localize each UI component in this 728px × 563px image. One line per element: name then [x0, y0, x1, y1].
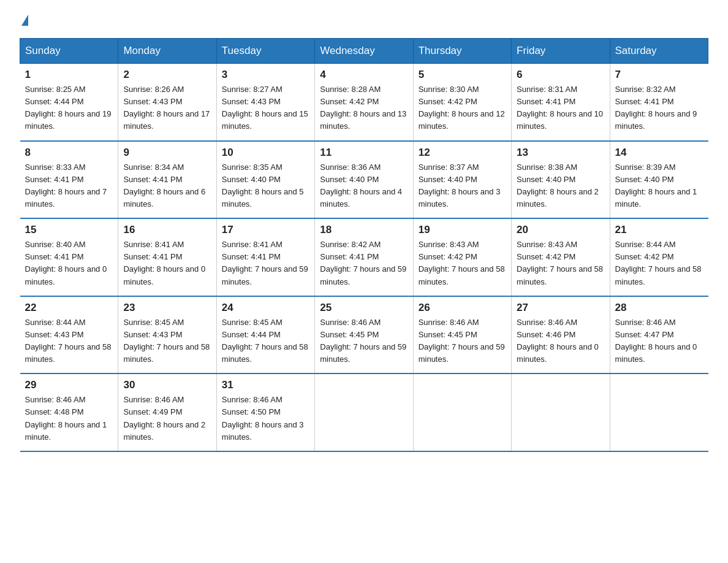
calendar-day-cell: 25 Sunrise: 8:46 AM Sunset: 4:45 PM Dayl… [315, 296, 413, 374]
calendar-day-cell: 19 Sunrise: 8:43 AM Sunset: 4:42 PM Dayl… [413, 218, 511, 296]
day-info: Sunrise: 8:44 AM Sunset: 4:42 PM Dayligh… [615, 239, 703, 288]
calendar-day-cell: 26 Sunrise: 8:46 AM Sunset: 4:45 PM Dayl… [413, 296, 511, 374]
calendar-week-row: 1 Sunrise: 8:25 AM Sunset: 4:44 PM Dayli… [20, 64, 708, 141]
day-header-thursday: Thursday [413, 39, 511, 64]
calendar-day-cell: 27 Sunrise: 8:46 AM Sunset: 4:46 PM Dayl… [512, 296, 610, 374]
day-info: Sunrise: 8:36 AM Sunset: 4:40 PM Dayligh… [320, 161, 408, 211]
day-number: 26 [419, 302, 506, 314]
day-number: 27 [517, 302, 604, 314]
calendar-day-cell [315, 373, 413, 451]
calendar-day-cell: 7 Sunrise: 8:32 AM Sunset: 4:41 PM Dayli… [610, 64, 708, 141]
calendar-day-cell: 22 Sunrise: 8:44 AM Sunset: 4:43 PM Dayl… [20, 296, 118, 374]
calendar-day-cell: 30 Sunrise: 8:46 AM Sunset: 4:49 PM Dayl… [118, 373, 216, 451]
calendar-day-cell: 20 Sunrise: 8:43 AM Sunset: 4:42 PM Dayl… [512, 218, 610, 296]
calendar-day-cell: 2 Sunrise: 8:26 AM Sunset: 4:43 PM Dayli… [118, 64, 216, 141]
day-number: 21 [615, 224, 703, 236]
day-number: 30 [123, 379, 211, 391]
day-info: Sunrise: 8:46 AM Sunset: 4:48 PM Dayligh… [25, 394, 113, 443]
day-info: Sunrise: 8:39 AM Sunset: 4:40 PM Dayligh… [615, 161, 703, 211]
calendar-day-cell: 4 Sunrise: 8:28 AM Sunset: 4:42 PM Dayli… [315, 64, 413, 141]
day-info: Sunrise: 8:28 AM Sunset: 4:42 PM Dayligh… [320, 83, 408, 133]
calendar-week-row: 29 Sunrise: 8:46 AM Sunset: 4:48 PM Dayl… [20, 373, 708, 451]
day-header-saturday: Saturday [610, 39, 708, 64]
day-number: 5 [419, 69, 506, 81]
day-info: Sunrise: 8:30 AM Sunset: 4:42 PM Dayligh… [419, 83, 506, 133]
calendar-day-cell [512, 373, 610, 451]
day-info: Sunrise: 8:41 AM Sunset: 4:41 PM Dayligh… [123, 239, 211, 288]
day-number: 15 [25, 224, 113, 236]
day-number: 25 [320, 302, 408, 314]
day-number: 20 [517, 224, 604, 236]
day-info: Sunrise: 8:44 AM Sunset: 4:43 PM Dayligh… [25, 316, 113, 366]
day-header-sunday: Sunday [20, 39, 118, 64]
calendar-day-cell: 8 Sunrise: 8:33 AM Sunset: 4:41 PM Dayli… [20, 141, 118, 219]
calendar-day-cell [610, 373, 708, 451]
day-number: 8 [25, 147, 113, 159]
calendar-day-cell: 28 Sunrise: 8:46 AM Sunset: 4:47 PM Dayl… [610, 296, 708, 374]
day-info: Sunrise: 8:34 AM Sunset: 4:41 PM Dayligh… [123, 161, 211, 211]
day-number: 11 [320, 147, 408, 159]
day-info: Sunrise: 8:46 AM Sunset: 4:50 PM Dayligh… [222, 394, 309, 443]
day-number: 14 [615, 147, 703, 159]
day-header-wednesday: Wednesday [315, 39, 413, 64]
calendar-table: SundayMondayTuesdayWednesdayThursdayFrid… [20, 38, 708, 452]
calendar-day-cell: 9 Sunrise: 8:34 AM Sunset: 4:41 PM Dayli… [118, 141, 216, 219]
day-info: Sunrise: 8:42 AM Sunset: 4:41 PM Dayligh… [320, 239, 408, 288]
day-info: Sunrise: 8:46 AM Sunset: 4:45 PM Dayligh… [320, 316, 408, 366]
day-header-friday: Friday [512, 39, 610, 64]
calendar-week-row: 15 Sunrise: 8:40 AM Sunset: 4:41 PM Dayl… [20, 218, 708, 296]
calendar-day-cell: 17 Sunrise: 8:41 AM Sunset: 4:41 PM Dayl… [216, 218, 314, 296]
day-info: Sunrise: 8:46 AM Sunset: 4:47 PM Dayligh… [615, 316, 703, 366]
day-number: 22 [25, 302, 113, 314]
day-number: 17 [222, 224, 309, 236]
day-info: Sunrise: 8:43 AM Sunset: 4:42 PM Dayligh… [419, 239, 506, 288]
day-info: Sunrise: 8:32 AM Sunset: 4:41 PM Dayligh… [615, 83, 703, 133]
calendar-day-cell: 24 Sunrise: 8:45 AM Sunset: 4:44 PM Dayl… [216, 296, 314, 374]
day-info: Sunrise: 8:27 AM Sunset: 4:43 PM Dayligh… [222, 83, 309, 133]
day-number: 31 [222, 379, 309, 391]
calendar-day-cell: 13 Sunrise: 8:38 AM Sunset: 4:40 PM Dayl… [512, 141, 610, 219]
calendar-day-cell: 16 Sunrise: 8:41 AM Sunset: 4:41 PM Dayl… [118, 218, 216, 296]
day-number: 16 [123, 224, 211, 236]
day-number: 13 [517, 147, 604, 159]
day-number: 4 [320, 69, 408, 81]
calendar-day-cell: 1 Sunrise: 8:25 AM Sunset: 4:44 PM Dayli… [20, 64, 118, 141]
calendar-day-cell: 18 Sunrise: 8:42 AM Sunset: 4:41 PM Dayl… [315, 218, 413, 296]
day-info: Sunrise: 8:33 AM Sunset: 4:41 PM Dayligh… [25, 161, 113, 211]
day-number: 7 [615, 69, 703, 81]
day-number: 9 [123, 147, 211, 159]
day-number: 28 [615, 302, 703, 314]
day-number: 2 [123, 69, 211, 81]
day-number: 3 [222, 69, 309, 81]
calendar-day-cell: 21 Sunrise: 8:44 AM Sunset: 4:42 PM Dayl… [610, 218, 708, 296]
day-number: 18 [320, 224, 408, 236]
logo [20, 15, 28, 26]
calendar-day-cell: 10 Sunrise: 8:35 AM Sunset: 4:40 PM Dayl… [216, 141, 314, 219]
logo-triangle-icon [21, 15, 28, 26]
day-info: Sunrise: 8:31 AM Sunset: 4:41 PM Dayligh… [517, 83, 604, 133]
day-number: 12 [419, 147, 506, 159]
calendar-day-cell [413, 373, 511, 451]
day-info: Sunrise: 8:35 AM Sunset: 4:40 PM Dayligh… [222, 161, 309, 211]
day-info: Sunrise: 8:37 AM Sunset: 4:40 PM Dayligh… [419, 161, 506, 211]
calendar-day-cell: 5 Sunrise: 8:30 AM Sunset: 4:42 PM Dayli… [413, 64, 511, 141]
calendar-day-cell: 14 Sunrise: 8:39 AM Sunset: 4:40 PM Dayl… [610, 141, 708, 219]
calendar-day-cell: 3 Sunrise: 8:27 AM Sunset: 4:43 PM Dayli… [216, 64, 314, 141]
calendar-week-row: 22 Sunrise: 8:44 AM Sunset: 4:43 PM Dayl… [20, 296, 708, 374]
day-info: Sunrise: 8:43 AM Sunset: 4:42 PM Dayligh… [517, 239, 604, 288]
day-info: Sunrise: 8:45 AM Sunset: 4:43 PM Dayligh… [123, 316, 211, 366]
day-number: 1 [25, 69, 113, 81]
calendar-day-cell: 15 Sunrise: 8:40 AM Sunset: 4:41 PM Dayl… [20, 218, 118, 296]
calendar-day-cell: 6 Sunrise: 8:31 AM Sunset: 4:41 PM Dayli… [512, 64, 610, 141]
day-info: Sunrise: 8:25 AM Sunset: 4:44 PM Dayligh… [25, 83, 113, 133]
day-number: 24 [222, 302, 309, 314]
calendar-day-cell: 31 Sunrise: 8:46 AM Sunset: 4:50 PM Dayl… [216, 373, 314, 451]
day-info: Sunrise: 8:45 AM Sunset: 4:44 PM Dayligh… [222, 316, 309, 366]
day-info: Sunrise: 8:46 AM Sunset: 4:49 PM Dayligh… [123, 394, 211, 443]
day-number: 6 [517, 69, 604, 81]
day-number: 19 [419, 224, 506, 236]
page-header [20, 15, 708, 26]
day-info: Sunrise: 8:46 AM Sunset: 4:45 PM Dayligh… [419, 316, 506, 366]
day-info: Sunrise: 8:46 AM Sunset: 4:46 PM Dayligh… [517, 316, 604, 366]
calendar-header-row: SundayMondayTuesdayWednesdayThursdayFrid… [20, 39, 708, 64]
